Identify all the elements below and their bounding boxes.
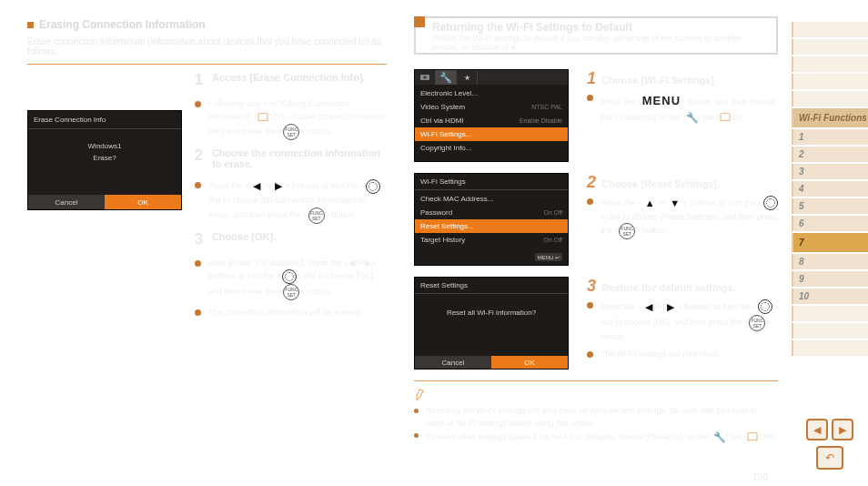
bullet-icon bbox=[414, 409, 419, 413]
bullet-icon bbox=[195, 309, 201, 316]
erase-dialog-screenshot: Erase Connection Info Windows1 Erase? Ca… bbox=[27, 110, 180, 325]
bullet-icon bbox=[195, 182, 201, 188]
camera-screen-reset-list: Wi-Fi Settings Check MAC Address... Pass… bbox=[414, 173, 569, 266]
sidebar-blank[interactable] bbox=[792, 56, 868, 72]
list-item: PasswordOn Off bbox=[415, 206, 568, 219]
svg-point-1 bbox=[423, 76, 427, 79]
sidebar-tab-9[interactable]: 9 bbox=[792, 271, 868, 287]
down-arrow-icon: ▼ bbox=[667, 196, 682, 211]
star-tab-icon: ★ bbox=[457, 70, 478, 85]
pencil-icon bbox=[412, 387, 426, 400]
prev-page-button[interactable]: ◀ bbox=[806, 419, 828, 440]
step-1-instruction: 1Choose [Wi-Fi Settings]. Press the <MEN… bbox=[587, 69, 778, 162]
erase-dialog-device: Windows1 bbox=[28, 142, 181, 150]
step-3-instruction: 3Restore the default settings. Press the… bbox=[587, 277, 778, 370]
confirm-ok-button[interactable]: OK bbox=[491, 356, 568, 369]
bullet-icon bbox=[587, 198, 593, 205]
erase-dialog-title: Erase Connection Info bbox=[28, 111, 181, 129]
sidebar-blank[interactable] bbox=[792, 74, 868, 89]
bullet-icon bbox=[587, 302, 593, 309]
func-set-icon: FUNCSET bbox=[283, 124, 299, 140]
divider bbox=[27, 64, 387, 65]
heading-frame: Returning the Wi-Fi Settings to Default … bbox=[414, 16, 778, 55]
sidebar-tab-6[interactable]: 6 bbox=[792, 216, 868, 231]
wrench-tab-icon: 🔧 bbox=[436, 70, 457, 85]
sidebar-blank[interactable] bbox=[792, 306, 868, 321]
right-arrow-icon: ▶ bbox=[272, 178, 285, 195]
list-item-selected: Reset Settings... bbox=[415, 219, 568, 233]
func-set-icon: FUNCSET bbox=[283, 284, 299, 300]
confirm-cancel-button[interactable]: Cancel bbox=[415, 356, 491, 369]
footer-nav: ◀ ▶ ↶ bbox=[806, 419, 853, 470]
erase-cancel-button[interactable]: Cancel bbox=[28, 195, 105, 209]
sidebar-tab-5[interactable]: 5 bbox=[792, 198, 868, 214]
section-reset-wifi: Returning the Wi-Fi Settings to Default … bbox=[414, 16, 778, 445]
step-3: 3Choose [OK]. After [Erase?] is displaye… bbox=[195, 231, 387, 319]
step-2-instruction: 2Choose [Reset Settings]. Press the <▲><… bbox=[587, 173, 778, 266]
menu-back-label: MENU ↩ bbox=[535, 253, 562, 261]
sidebar: Wi-Fi Functions 1 2 3 4 5 6 7 8 9 10 bbox=[792, 22, 868, 358]
list-item: Electronic Level... bbox=[415, 86, 568, 100]
left-arrow-icon: ◀ bbox=[250, 178, 263, 195]
bullet-icon bbox=[195, 101, 201, 107]
section-erase-info: Erasing Connection Information Erase con… bbox=[27, 18, 387, 325]
list-item: Copyright Info... bbox=[415, 141, 568, 155]
sidebar-blank[interactable] bbox=[792, 39, 868, 55]
book-icon bbox=[257, 113, 268, 122]
list-item: Video SystemNTSC PAL bbox=[415, 100, 568, 114]
note-block: Resetting the Wi-Fi settings will also c… bbox=[414, 380, 778, 445]
dial-icon bbox=[758, 299, 772, 314]
bullet-icon bbox=[414, 433, 419, 438]
up-arrow-icon: ▲ bbox=[642, 196, 658, 211]
section-bullet-icon bbox=[414, 16, 425, 27]
return-button[interactable]: ↶ bbox=[816, 446, 843, 470]
left-arrow-icon: ◀ bbox=[642, 299, 655, 315]
heading-title: Returning the Wi-Fi Settings to Default bbox=[432, 21, 771, 34]
camera-screen-confirm: Reset Settings Reset all Wi-Fi informati… bbox=[414, 277, 569, 370]
list-item: Ctrl via HDMIEnable Disable bbox=[415, 114, 568, 127]
list-item: Target HistoryOn Off bbox=[415, 233, 568, 247]
sidebar-tab-2[interactable]: 2 bbox=[792, 147, 868, 162]
wrench-icon: 🔧 bbox=[713, 430, 726, 445]
wrench-icon: 🔧 bbox=[686, 110, 699, 126]
dial-icon bbox=[763, 196, 778, 210]
sidebar-tab-1[interactable]: 1 bbox=[792, 129, 868, 145]
sidebar-category[interactable]: Wi-Fi Functions bbox=[792, 108, 868, 127]
func-set-icon: FUNCSET bbox=[619, 223, 635, 239]
dial-icon bbox=[366, 179, 380, 194]
sidebar-tab-8[interactable]: 8 bbox=[792, 254, 868, 269]
section-title: Erasing Connection Information bbox=[39, 18, 206, 31]
next-page-button[interactable]: ▶ bbox=[832, 419, 853, 440]
book-icon bbox=[747, 432, 758, 441]
sidebar-blank[interactable] bbox=[792, 91, 868, 106]
erase-ok-button[interactable]: OK bbox=[105, 195, 181, 209]
menu-label: MENU bbox=[642, 94, 681, 107]
page-number: 180 bbox=[752, 472, 768, 482]
bullet-icon bbox=[587, 351, 593, 358]
dial-icon bbox=[282, 269, 297, 284]
sidebar-blank[interactable] bbox=[792, 22, 868, 37]
camera-tab-icon bbox=[415, 70, 436, 85]
screen-title: Wi-Fi Settings bbox=[415, 174, 568, 190]
screen-title: Reset Settings bbox=[415, 278, 568, 294]
camera-screen-wifi-settings: 🔧 ★ Electronic Level... Video SystemNTSC… bbox=[414, 69, 569, 162]
confirm-question: Reset all Wi-Fi information? bbox=[415, 294, 568, 331]
erase-dialog-question: Erase? bbox=[28, 154, 181, 162]
list-item-selected: Wi-Fi Settings... bbox=[415, 127, 568, 141]
right-arrow-icon: ▶ bbox=[664, 299, 677, 315]
sidebar-tab-7[interactable]: 7 bbox=[792, 233, 868, 252]
func-set-icon: FUNCSET bbox=[308, 208, 325, 224]
func-set-icon: FUNCSET bbox=[749, 315, 765, 331]
step-2: 2Choose the connection information to er… bbox=[195, 147, 387, 224]
bullet-icon bbox=[587, 95, 593, 101]
sidebar-blank[interactable] bbox=[792, 340, 868, 356]
sidebar-tab-4[interactable]: 4 bbox=[792, 181, 868, 197]
sidebar-blank[interactable] bbox=[792, 323, 868, 339]
heading-sub: Return the Wi-Fi settings to default if … bbox=[432, 34, 771, 52]
list-item: Check MAC Address... bbox=[415, 192, 568, 206]
sidebar-tab-10[interactable]: 10 bbox=[792, 289, 868, 304]
sidebar-tab-3[interactable]: 3 bbox=[792, 164, 868, 179]
book-icon bbox=[720, 113, 731, 122]
bullet-icon bbox=[195, 260, 201, 267]
section-bullet-icon bbox=[27, 22, 34, 28]
